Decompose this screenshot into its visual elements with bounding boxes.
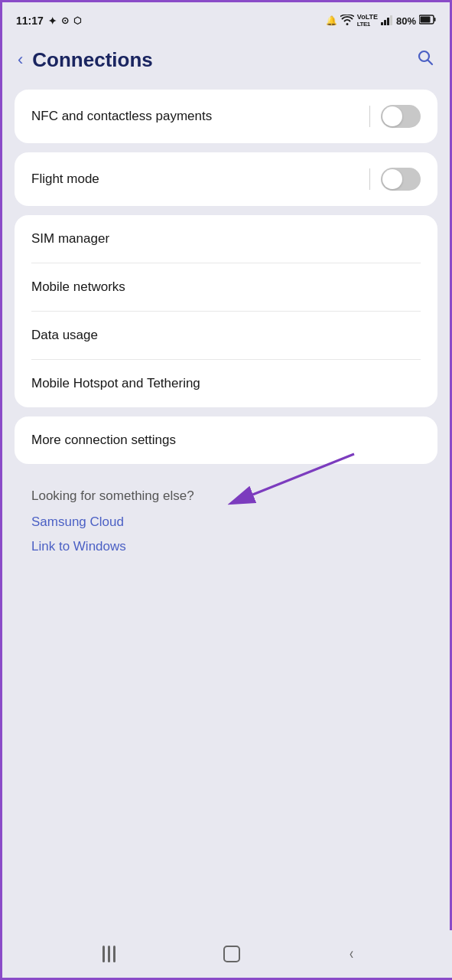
flight-mode-card: Flight mode xyxy=(15,152,437,206)
mobile-hotspot-label: Mobile Hotspot and Tethering xyxy=(31,375,200,392)
signal-icon xyxy=(381,15,393,28)
sim-manager-item[interactable]: SIM manager xyxy=(15,215,437,263)
svg-rect-3 xyxy=(390,15,392,25)
svg-rect-1 xyxy=(384,20,386,25)
mobile-networks-item[interactable]: Mobile networks xyxy=(15,263,437,311)
nfc-item[interactable]: NFC and contactless payments xyxy=(15,90,437,143)
page-title: Connections xyxy=(32,48,152,72)
more-settings-card: More connection settings xyxy=(15,416,437,464)
status-time-area: 11:17 ✦ ⊙ ⬡ xyxy=(16,15,81,27)
svg-rect-5 xyxy=(434,18,436,21)
status-time: 11:17 xyxy=(16,15,44,27)
more-settings-label: More connection settings xyxy=(31,432,176,449)
data-usage-label: Data usage xyxy=(31,327,98,344)
header-left: ‹ Connections xyxy=(15,47,153,73)
svg-rect-2 xyxy=(387,18,389,25)
flight-mode-toggle[interactable] xyxy=(381,168,421,191)
alert-icon: 🔔 xyxy=(326,15,337,26)
footer-section: Looking for something else? Samsung Clou… xyxy=(15,473,437,571)
flight-mode-item[interactable]: Flight mode xyxy=(15,152,437,206)
svg-line-8 xyxy=(428,60,433,65)
navigation-bar: ‹ xyxy=(2,930,452,978)
search-button[interactable] xyxy=(416,48,434,71)
recent-apps-button[interactable] xyxy=(102,946,115,962)
slack-icon: ✦ xyxy=(48,15,57,27)
nfc-toggle[interactable] xyxy=(381,105,421,128)
flight-mode-label: Flight mode xyxy=(31,171,99,188)
flight-toggle-wrapper xyxy=(369,168,421,191)
svg-rect-6 xyxy=(421,17,431,23)
nfc-label: NFC and contactless payments xyxy=(31,108,212,125)
home-button[interactable] xyxy=(223,946,240,962)
network-settings-card: SIM manager Mobile networks Data usage M… xyxy=(15,215,437,407)
toggle-divider xyxy=(369,106,370,127)
connections-header: ‹ Connections xyxy=(2,36,450,83)
sim-manager-label: SIM manager xyxy=(31,230,109,247)
back-nav-button[interactable]: ‹ xyxy=(350,944,353,964)
instagram-icon: ⊙ xyxy=(61,15,69,26)
data-usage-item[interactable]: Data usage xyxy=(15,312,437,359)
footer-title: Looking for something else? xyxy=(31,488,421,504)
nfc-card: NFC and contactless payments xyxy=(15,90,437,143)
more-settings-item[interactable]: More connection settings xyxy=(15,416,437,464)
gallery-icon: ⬡ xyxy=(73,15,81,26)
samsung-cloud-link[interactable]: Samsung Cloud xyxy=(31,514,421,530)
status-icons-area: 🔔 VoLTE LTE1 xyxy=(326,14,436,28)
battery-icon xyxy=(419,15,436,27)
settings-content: NFC and contactless payments Flight mode xyxy=(2,83,450,577)
link-to-windows-link[interactable]: Link to Windows xyxy=(31,539,421,554)
mobile-networks-label: Mobile networks xyxy=(31,279,125,296)
status-bar: 11:17 ✦ ⊙ ⬡ 🔔 VoLTE LTE1 xyxy=(2,2,450,36)
svg-rect-0 xyxy=(381,22,383,25)
toggle-divider-2 xyxy=(369,168,370,190)
mobile-hotspot-item[interactable]: Mobile Hotspot and Tethering xyxy=(15,360,437,407)
battery-percent: 80% xyxy=(396,15,416,27)
back-button[interactable]: ‹ xyxy=(15,47,26,73)
wifi-icon xyxy=(340,15,354,28)
nfc-toggle-wrapper xyxy=(369,105,421,128)
volte-icon: VoLTE LTE1 xyxy=(357,14,378,28)
